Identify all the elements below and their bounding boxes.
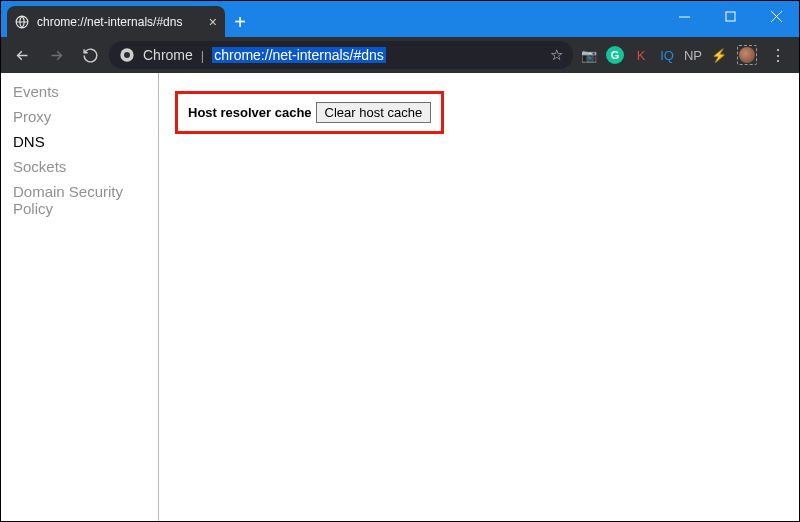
page-content: EventsProxyDNSSocketsDomain Security Pol… bbox=[1, 73, 799, 521]
url-text: chrome://net-internals/#dns bbox=[212, 47, 386, 63]
back-button[interactable] bbox=[7, 40, 37, 70]
clear-host-cache-button[interactable]: Clear host cache bbox=[316, 102, 432, 123]
sidebar-item-events[interactable]: Events bbox=[1, 79, 158, 104]
highlight-box: Host resolver cache Clear host cache bbox=[175, 91, 444, 134]
sidebar-item-domain-security-policy[interactable]: Domain Security Policy bbox=[1, 179, 158, 221]
camera-ext[interactable]: 📷 bbox=[577, 43, 601, 67]
window-controls bbox=[661, 1, 799, 31]
section-label: Host resolver cache bbox=[188, 105, 312, 120]
bolt-ext[interactable]: ⚡ bbox=[707, 43, 731, 67]
forward-button[interactable] bbox=[41, 40, 71, 70]
close-tab-icon[interactable]: × bbox=[209, 15, 217, 29]
extension-tray: 📷GKIQNP⚡ bbox=[577, 43, 731, 67]
window-close-button[interactable] bbox=[753, 1, 799, 31]
browser-menu-button[interactable]: ⋮ bbox=[763, 40, 793, 70]
window-maximize-button[interactable] bbox=[707, 1, 753, 31]
bookmark-star-icon[interactable]: ☆ bbox=[550, 46, 563, 64]
chrome-icon bbox=[119, 47, 135, 63]
tab-title: chrome://net-internals/#dns bbox=[37, 15, 201, 29]
browser-tab[interactable]: chrome://net-internals/#dns × bbox=[7, 6, 225, 37]
sidebar-item-proxy[interactable]: Proxy bbox=[1, 104, 158, 129]
window-titurlebar: chrome://net-internals/#dns × + bbox=[1, 1, 799, 37]
iq-ext[interactable]: IQ bbox=[655, 43, 679, 67]
new-tab-button[interactable]: + bbox=[225, 7, 255, 37]
grammarly-ext[interactable]: G bbox=[603, 43, 627, 67]
browser-toolbar: Chrome | chrome://net-internals/#dns ☆ 📷… bbox=[1, 37, 799, 73]
sidebar-nav: EventsProxyDNSSocketsDomain Security Pol… bbox=[1, 73, 159, 521]
sidebar-item-sockets[interactable]: Sockets bbox=[1, 154, 158, 179]
reload-button[interactable] bbox=[75, 40, 105, 70]
svg-point-6 bbox=[124, 52, 130, 58]
address-bar[interactable]: Chrome | chrome://net-internals/#dns ☆ bbox=[109, 41, 573, 69]
svg-rect-2 bbox=[726, 12, 735, 21]
main-panel: Host resolver cache Clear host cache bbox=[159, 73, 799, 521]
sidebar-item-dns[interactable]: DNS bbox=[1, 129, 158, 154]
k-ext[interactable]: K bbox=[629, 43, 653, 67]
origin-label: Chrome bbox=[143, 47, 193, 63]
globe-icon bbox=[15, 15, 29, 29]
window-minimize-button[interactable] bbox=[661, 1, 707, 31]
origin-separator: | bbox=[201, 48, 204, 63]
np-ext[interactable]: NP bbox=[681, 43, 705, 67]
profile-avatar[interactable] bbox=[735, 43, 759, 67]
